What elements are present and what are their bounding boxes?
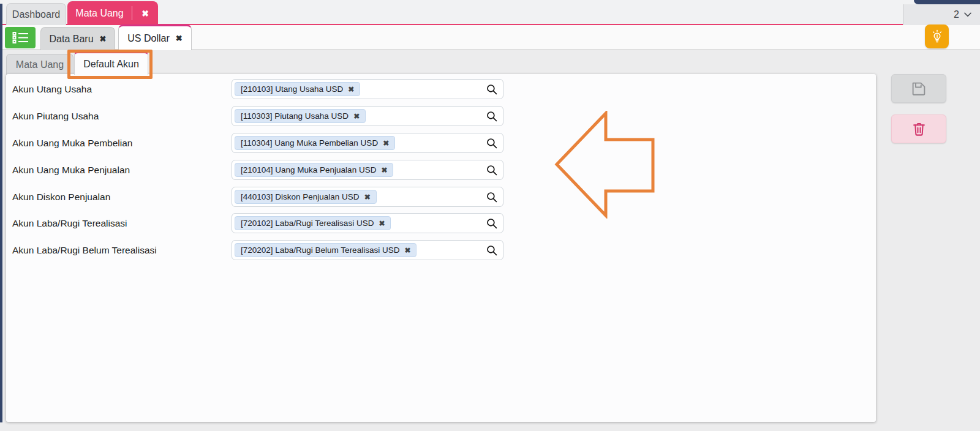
field-label: Akun Uang Muka Penjualan	[12, 165, 130, 176]
hint-button[interactable]	[925, 24, 949, 48]
doc-tab-us-dollar-label: US Dollar	[127, 33, 169, 44]
form-row-diskon-penjualan: Akun Diskon Penjualan [440103] Diskon Pe…	[6, 187, 876, 207]
menu-list-button[interactable]	[5, 27, 36, 48]
search-icon[interactable]	[486, 111, 497, 122]
selected-account-chip: [720102] Laba/Rugi Terealisasi USD ✖	[235, 216, 391, 230]
selected-account-chip: [110303] Piutang Usaha USD ✖	[235, 109, 366, 123]
chip-label: [440103] Diskon Penjualan USD	[241, 192, 360, 201]
chevron-down-icon	[964, 12, 971, 17]
close-icon[interactable]: ✖	[176, 34, 183, 43]
field-label: Akun Piutang Usaha	[12, 111, 99, 122]
field-label: Akun Laba/Rugi Belum Terealisasi	[12, 245, 157, 256]
section-tab-mata-uang[interactable]: Mata Uang	[6, 54, 74, 75]
tab-mata-uang[interactable]: Mata Uang ✖	[67, 1, 158, 25]
close-icon[interactable]: ✖	[132, 1, 158, 25]
field-label: Akun Uang Muka Pembelian	[12, 138, 132, 149]
account-select-utang-usaha[interactable]: [210103] Utang Usaha USD ✖	[232, 79, 503, 99]
selected-account-chip: [720202] Laba/Rugi Belum Terealisasi USD…	[235, 243, 417, 257]
search-icon[interactable]	[486, 218, 497, 229]
doc-tab-data-baru-label: Data Baru	[50, 34, 94, 45]
field-label: Akun Utang Usaha	[12, 84, 92, 95]
section-tab-default-akun[interactable]: Default Akun	[74, 51, 148, 75]
trash-icon	[911, 121, 927, 137]
account-select-diskon-penjualan[interactable]: [440103] Diskon Penjualan USD ✖	[232, 187, 503, 207]
chip-label: [720102] Laba/Rugi Terealisasi USD	[241, 219, 374, 228]
tab-dashboard[interactable]: Dashboard	[6, 3, 66, 25]
lightbulb-icon	[930, 29, 944, 44]
save-icon	[910, 80, 928, 98]
doc-tab-data-baru[interactable]: Data Baru ✖	[40, 27, 115, 50]
chip-remove-icon[interactable]: ✖	[348, 85, 354, 94]
account-select-uang-muka-penjualan[interactable]: [210104] Uang Muka Penjualan USD ✖	[232, 160, 503, 180]
delete-button[interactable]	[891, 114, 946, 143]
chip-remove-icon[interactable]: ✖	[379, 219, 385, 228]
selected-account-chip: [210104] Uang Muka Penjualan USD ✖	[235, 163, 393, 177]
search-icon[interactable]	[486, 138, 497, 149]
account-select-laba-rugi-belum-terealisasi[interactable]: [720202] Laba/Rugi Belum Terealisasi USD…	[232, 240, 503, 260]
form-row-uang-muka-pembelian: Akun Uang Muka Pembelian [110304] Uang M…	[6, 133, 876, 153]
form-row-piutang-usaha: Akun Piutang Usaha [110303] Piutang Usah…	[6, 106, 876, 126]
chip-remove-icon[interactable]: ✖	[364, 193, 371, 201]
form-row-utang-usaha: Akun Utang Usaha [210103] Utang Usaha US…	[6, 79, 876, 99]
list-icon	[12, 31, 29, 44]
chip-remove-icon[interactable]: ✖	[383, 139, 389, 148]
top-right-edge-shape	[914, 0, 980, 4]
top-tab-bar: Dashboard Mata Uang ✖ 2	[0, 0, 980, 25]
search-icon[interactable]	[486, 165, 497, 176]
form-row-laba-rugi-terealisasi: Akun Laba/Rugi Terealisasi [720102] Laba…	[6, 213, 876, 233]
search-icon[interactable]	[486, 84, 497, 95]
chip-label: [720202] Laba/Rugi Belum Terealisasi USD	[241, 245, 399, 255]
account-select-uang-muka-pembelian[interactable]: [110304] Uang Muka Pembelian USD ✖	[232, 133, 503, 153]
chip-remove-icon[interactable]: ✖	[353, 112, 360, 121]
close-icon[interactable]: ✖	[100, 34, 107, 43]
chip-label: [210104] Uang Muka Penjualan USD	[241, 165, 376, 174]
form-row-uang-muka-penjualan: Akun Uang Muka Penjualan [210104] Uang M…	[6, 160, 876, 180]
left-edge-strip	[0, 4, 2, 422]
save-button[interactable]	[891, 74, 946, 103]
selected-account-chip: [110304] Uang Muka Pembelian USD ✖	[235, 136, 395, 150]
selected-account-chip: [440103] Diskon Penjualan USD ✖	[235, 190, 377, 204]
chip-remove-icon[interactable]: ✖	[404, 246, 410, 255]
field-label: Akun Diskon Penjualan	[12, 192, 110, 203]
search-icon[interactable]	[486, 245, 497, 256]
chip-label: [110304] Uang Muka Pembelian USD	[241, 138, 378, 148]
account-select-laba-rugi-terealisasi[interactable]: [720102] Laba/Rugi Terealisasi USD ✖	[232, 213, 503, 233]
tab-overflow-dropdown[interactable]: 2	[903, 4, 980, 25]
doc-tab-us-dollar[interactable]: US Dollar ✖	[118, 24, 192, 50]
chip-label: [210103] Utang Usaha USD	[241, 84, 343, 94]
selected-account-chip: [210103] Utang Usaha USD ✖	[235, 82, 360, 96]
tab-mata-uang-label: Mata Uang	[67, 1, 132, 25]
chip-remove-icon[interactable]: ✖	[381, 166, 387, 174]
form-row-laba-rugi-belum-terealisasi: Akun Laba/Rugi Belum Terealisasi [720202…	[6, 240, 876, 260]
tab-dashboard-label: Dashboard	[12, 9, 60, 20]
tab-overflow-count: 2	[954, 9, 959, 20]
chip-label: [110303] Piutang Usaha USD	[241, 111, 349, 121]
field-label: Akun Laba/Rugi Terealisasi	[12, 218, 127, 229]
account-select-piutang-usaha[interactable]: [110303] Piutang Usaha USD ✖	[232, 106, 503, 126]
search-icon[interactable]	[486, 192, 497, 203]
section-tab-mata-uang-label: Mata Uang	[16, 59, 64, 70]
default-akun-panel: Akun Utang Usaha [210103] Utang Usaha US…	[6, 74, 876, 422]
section-tab-default-akun-label: Default Akun	[83, 59, 139, 70]
